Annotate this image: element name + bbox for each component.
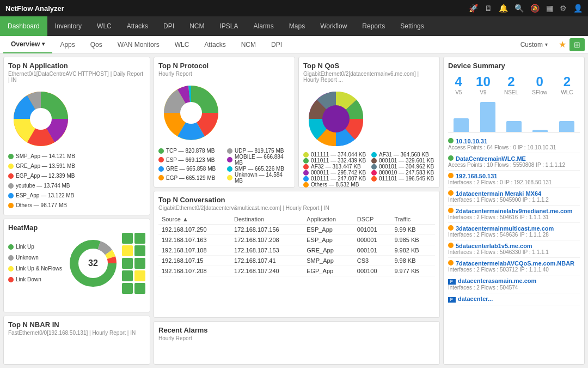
top-bar-icons: 🚀 🖥 🔔 🔍 🔕 ▦ ⚙ 👤 bbox=[469, 4, 583, 13]
col-traffic: Traffic bbox=[391, 214, 435, 225]
nav-ipsla[interactable]: IPSLA bbox=[212, 16, 246, 36]
app-logo: NetFlow Analyzer bbox=[5, 4, 64, 13]
cell-dscp: 000101 bbox=[354, 245, 391, 256]
table-row[interactable]: 192.168.107.208 172.168.107.240 EGP_App … bbox=[158, 266, 435, 276]
nav-bar: Dashboard Inventory WLC Attacks DPI NCM … bbox=[0, 16, 588, 36]
count-wlc: 2 WLC bbox=[561, 74, 573, 95]
list-item[interactable]: 🏳datacenterasamain.me.com Interfaces : 2… bbox=[448, 275, 580, 293]
list-item[interactable]: 3datacentermainmulticast.me.com Interfac… bbox=[448, 223, 580, 240]
device-info: Interfaces : 2 Flows : 503712 IP : 1.1.1… bbox=[448, 267, 580, 273]
col-application: Application bbox=[303, 214, 354, 225]
count-v9-num: 10 bbox=[476, 74, 491, 89]
top-n-protocol-card: Top N Protocol Hourly Report bbox=[154, 57, 295, 188]
subnav-apps[interactable]: Apps bbox=[52, 36, 82, 53]
device-bar-chart bbox=[448, 100, 580, 132]
nav-reports[interactable]: Reports bbox=[354, 16, 393, 36]
nav-dpi[interactable]: DPI bbox=[156, 16, 182, 36]
list-item[interactable]: 7datacentermelabAVCQoS.me.com.NBAR Inter… bbox=[448, 258, 580, 275]
bell-outline-icon[interactable]: 🔔 bbox=[499, 4, 508, 13]
status-indicator bbox=[448, 190, 454, 196]
status-indicator bbox=[448, 243, 454, 248]
status-indicator bbox=[448, 155, 454, 161]
bar-sflow bbox=[532, 130, 548, 132]
subnav-overview[interactable]: Overview ▾ bbox=[3, 36, 52, 53]
cell-source: 192.168.107.208 bbox=[158, 266, 231, 276]
subnav-custom[interactable]: Custom ▾ bbox=[513, 36, 555, 53]
count-v5-label: V5 bbox=[455, 89, 462, 95]
nav-ncm[interactable]: NCM bbox=[182, 16, 212, 36]
table-row[interactable]: 192.168.107.250 172.168.107.156 ESP_App … bbox=[158, 225, 435, 235]
rocket-icon[interactable]: 🚀 bbox=[469, 4, 478, 13]
list-item[interactable]: 1datacentermain Meraki MX64 Interfaces :… bbox=[448, 188, 580, 206]
status-indicator bbox=[448, 138, 454, 143]
conv-subtitle: GigabitEthernet0/2[datacenterv&multicast… bbox=[158, 205, 435, 211]
top-n-nbar-card: Top N NBAR IN FastEthernet0/0[192.168.50… bbox=[3, 316, 150, 365]
count-sflow: 0 SFlow bbox=[532, 74, 547, 95]
nav-attacks[interactable]: Attacks bbox=[119, 16, 156, 36]
nav-inventory[interactable]: Inventory bbox=[47, 16, 89, 36]
favorite-button[interactable]: ★ bbox=[559, 39, 566, 50]
subnav-attacks[interactable]: Attacks bbox=[197, 36, 233, 53]
list-item[interactable]: 192.168.50.131 Interfaces : 2 Flows : 0 … bbox=[448, 171, 580, 188]
app-pie-chart bbox=[8, 86, 74, 152]
list-item[interactable]: 2datacentermainelabv9medianet.me.com Int… bbox=[448, 206, 580, 223]
list-item[interactable]: 🏳datacenter... bbox=[448, 293, 580, 305]
device-name: 192.168.50.131 bbox=[448, 173, 580, 179]
cell-dest: 172.168.107.240 bbox=[231, 266, 303, 276]
layout-button[interactable]: ⊞ bbox=[569, 38, 585, 51]
status-indicator bbox=[448, 260, 454, 266]
user-icon[interactable]: 👤 bbox=[573, 4, 583, 13]
cell-dest: 172.168.107.208 bbox=[231, 235, 303, 245]
heatmap-title: HeatMap bbox=[8, 224, 145, 232]
cell-dest: 172.168.107.153 bbox=[231, 245, 303, 256]
bar-v5 bbox=[454, 118, 469, 132]
nav-settings[interactable]: Settings bbox=[393, 16, 431, 36]
table-row[interactable]: 192.168.107.163 172.168.107.208 ESP_App … bbox=[158, 235, 435, 245]
cell-app: EGP_App bbox=[303, 266, 354, 276]
cell-dscp: 000001 bbox=[354, 235, 391, 245]
status-indicator bbox=[448, 208, 454, 213]
nav-workflow[interactable]: Workflow bbox=[313, 16, 354, 36]
subnav-dpi[interactable]: DPI bbox=[264, 36, 290, 53]
list-item[interactable]: DataCentremainWLC.ME Access Points : 10 … bbox=[448, 153, 580, 171]
notification-icon[interactable]: 🔕 bbox=[530, 4, 540, 13]
device-info: Access Points : 10 Flows : 5550808 IP : … bbox=[448, 162, 580, 168]
protocol-card-subtitle: Hourly Report bbox=[158, 71, 290, 77]
device-name: DataCentremainWLC.ME bbox=[448, 155, 580, 162]
svg-text:32: 32 bbox=[88, 258, 98, 268]
list-item[interactable]: 10.10.10.31 Access Points : 64 Flows : 0… bbox=[448, 136, 580, 153]
app-card-title: Top N Application bbox=[8, 62, 145, 70]
table-row[interactable]: 192.168.107.108 172.168.107.153 GRE_App … bbox=[158, 245, 435, 256]
nav-wlc[interactable]: WLC bbox=[89, 16, 119, 36]
bar-v9 bbox=[480, 102, 495, 132]
device-info: Interfaces : 2 Flows : 5046330 IP : 1.1.… bbox=[448, 249, 580, 255]
subnav-wan[interactable]: WAN Monitors bbox=[110, 36, 167, 53]
cell-traffic: 9.98 KB bbox=[391, 256, 435, 266]
list-item[interactable]: 5datacenterlab1v5.me.com Interfaces : 2 … bbox=[448, 240, 580, 258]
recent-alarms-card: Recent Alarms Hourly Report bbox=[154, 321, 440, 365]
grid-icon[interactable]: ▦ bbox=[546, 4, 553, 13]
qos-chart-area: 011111 — 374.044 KB AF31 — 364.568 KB 01… bbox=[303, 86, 435, 188]
nav-maps[interactable]: Maps bbox=[281, 16, 313, 36]
gear-icon[interactable]: ⚙ bbox=[560, 4, 567, 13]
table-row[interactable]: 192.168.107.15 172.168.107.41 SMP_App CS… bbox=[158, 256, 435, 266]
count-v9-label: V9 bbox=[476, 89, 491, 95]
device-summary-title: Device Summary bbox=[448, 62, 580, 70]
subnav-ncm[interactable]: NCM bbox=[234, 36, 264, 53]
conv-title: Top N Conversation bbox=[158, 196, 435, 204]
nav-alarms[interactable]: Alarms bbox=[246, 16, 281, 36]
protocol-chart-area: TCP — 820.878 MB UDP — 819.175 MB ESP — … bbox=[158, 80, 290, 184]
count-nsel-label: NSEL bbox=[504, 89, 518, 95]
alarms-title: Recent Alarms bbox=[158, 326, 435, 334]
top-n-application-card: Top N Application Ethernet0/1[DataCentre… bbox=[3, 57, 150, 215]
nav-dashboard[interactable]: Dashboard bbox=[0, 16, 47, 36]
cell-source: 192.168.107.15 bbox=[158, 256, 231, 266]
subnav-qos[interactable]: Qos bbox=[83, 36, 110, 53]
subnav-wlc[interactable]: WLC bbox=[167, 36, 197, 53]
bar-nsel bbox=[506, 121, 522, 132]
monitor-icon[interactable]: 🖥 bbox=[485, 4, 492, 13]
search-icon[interactable]: 🔍 bbox=[514, 4, 524, 13]
device-name: 1datacentermain Meraki MX64 bbox=[448, 190, 580, 197]
alarms-subtitle: Hourly Report bbox=[158, 335, 435, 341]
status-indicator bbox=[448, 225, 454, 231]
